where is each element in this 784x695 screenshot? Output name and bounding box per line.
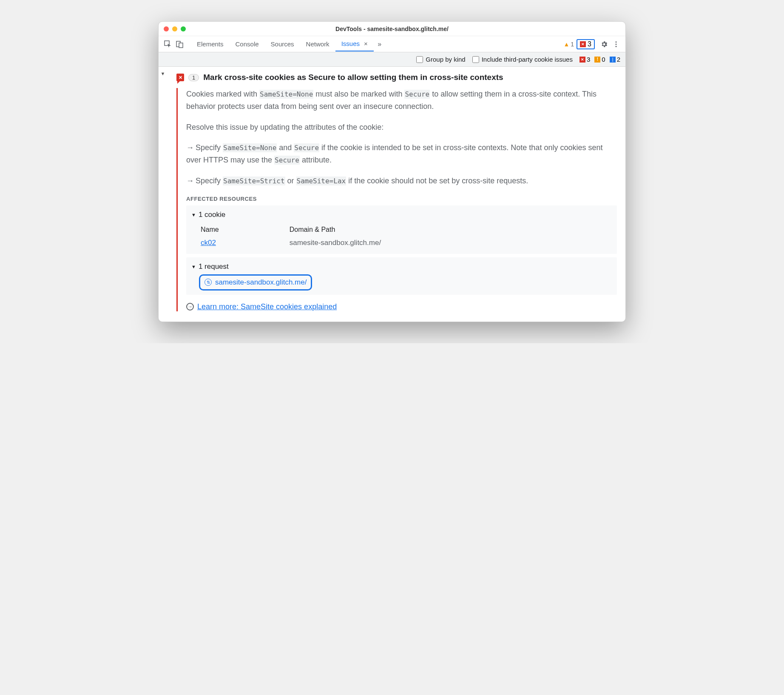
chevron-down-icon: ▼	[191, 264, 196, 269]
issue-count-pill: 1	[188, 74, 199, 81]
desc-p2: Resolve this issue by updating the attri…	[186, 121, 617, 134]
warning-count-badge[interactable]: ! 0	[594, 56, 605, 63]
affected-cookies-box: ▼ 1 cookie NameDomain & Path ck02 samesi…	[186, 205, 617, 254]
issue-error-icon: ✕	[176, 74, 184, 81]
group-label: Group by kind	[426, 56, 465, 63]
network-icon: ⇅	[205, 279, 212, 286]
info-icon: ❘	[610, 57, 616, 63]
devtools-window: DevTools - samesite-sandbox.glitch.me/ E…	[158, 21, 626, 322]
tab-issues-label: Issues	[341, 40, 360, 47]
error-count-badge[interactable]: ✕ 3	[579, 56, 590, 63]
window-title: DevTools - samesite-sandbox.glitch.me/	[159, 26, 625, 32]
warning-icon: !	[594, 57, 600, 63]
mac-titlebar: DevTools - samesite-sandbox.glitch.me/	[159, 22, 625, 36]
kebab-menu-icon[interactable]	[610, 38, 622, 50]
group-by-kind-checkbox[interactable]: Group by kind	[416, 56, 465, 63]
error-icon: ✕	[580, 41, 586, 47]
thirdparty-checkbox-input[interactable]	[472, 56, 479, 63]
close-icon[interactable]: ×	[364, 40, 368, 47]
svg-point-3	[616, 41, 617, 43]
tab-issues[interactable]: Issues ×	[335, 37, 374, 51]
issue-header[interactable]: ✕ 1 Mark cross-site cookies as Secure to…	[176, 71, 617, 88]
group-checkbox-input[interactable]	[416, 56, 423, 63]
cookie-name-link[interactable]: ck02	[201, 239, 216, 247]
issue-accent-bar	[176, 88, 178, 311]
cookies-header-text: 1 cookie	[199, 211, 225, 219]
issue-title: Mark cross-site cookies as Secure to all…	[203, 73, 503, 82]
affected-requests-header[interactable]: ▼ 1 request	[191, 259, 612, 274]
settings-icon[interactable]	[598, 38, 610, 50]
tab-network[interactable]: Network	[300, 37, 335, 51]
error-icon: ✕	[579, 57, 585, 63]
inspect-element-icon[interactable]	[162, 38, 174, 50]
affected-cookies-header[interactable]: ▼ 1 cookie	[191, 207, 612, 222]
errors-badge[interactable]: ✕ 3	[577, 39, 595, 49]
svg-point-5	[616, 46, 617, 47]
warnings-badge[interactable]: ▲ 1	[563, 41, 574, 48]
learn-more-row: → Learn more: SameSite cookies explained	[186, 302, 617, 311]
affected-resources-title: AFFECTED RESOURCES	[186, 196, 617, 202]
issues-panel: ▼ ✕ 1 Mark cross-site cookies as Secure …	[159, 67, 625, 322]
requests-header-text: 1 request	[199, 262, 229, 271]
thirdparty-label: Include third-party cookie issues	[482, 56, 573, 63]
chevron-down-icon: ▼	[191, 212, 196, 217]
more-tabs-icon[interactable]: »	[374, 38, 386, 50]
tab-elements[interactable]: Elements	[191, 37, 230, 51]
top-badges: ▲ 1 ✕ 3	[563, 39, 595, 49]
svg-rect-2	[179, 43, 183, 48]
err-count: 3	[587, 56, 590, 63]
desc-bullet-1: →Specify SameSite=None and Secure if the…	[186, 142, 617, 166]
warning-icon: ▲	[563, 41, 569, 48]
device-toolbar-icon[interactable]	[174, 38, 186, 50]
table-row: ck02 samesite-sandbox.glitch.me/	[196, 237, 615, 249]
request-link[interactable]: ⇅ samesite-sandbox.glitch.me/	[199, 274, 312, 291]
tab-bar: Elements Console Sources Network Issues …	[159, 36, 625, 52]
svg-point-4	[616, 43, 617, 45]
tab-list: Elements Console Sources Network Issues …	[191, 37, 386, 51]
info-count-badge[interactable]: ❘ 2	[610, 56, 620, 63]
warnings-count: 1	[571, 41, 574, 48]
issue-count-badges: ✕ 3 ! 0 ❘ 2	[579, 56, 620, 63]
learn-more-link[interactable]: Learn more: SameSite cookies explained	[197, 302, 337, 311]
cookie-domain: samesite-sandbox.glitch.me/	[285, 237, 615, 249]
errors-count: 3	[588, 40, 591, 48]
filter-bar: Group by kind Include third-party cookie…	[159, 52, 625, 67]
desc-p1: Cookies marked with SameSite=None must a…	[186, 88, 617, 113]
tab-sources[interactable]: Sources	[265, 37, 300, 51]
warn-count: 0	[602, 56, 605, 63]
issue-description: Cookies marked with SameSite=None must a…	[186, 88, 617, 187]
cookie-table: NameDomain & Path ck02 samesite-sandbox.…	[196, 222, 616, 250]
expand-gutter: ▼	[159, 67, 167, 322]
request-url: samesite-sandbox.glitch.me/	[215, 278, 307, 287]
third-party-checkbox[interactable]: Include third-party cookie issues	[472, 56, 573, 63]
col-domain: Domain & Path	[285, 223, 615, 236]
tab-console[interactable]: Console	[230, 37, 265, 51]
affected-requests-box: ▼ 1 request ⇅ samesite-sandbox.glitch.me…	[186, 257, 617, 295]
desc-bullet-2: →Specify SameSite=Strict or SameSite=Lax…	[186, 175, 617, 187]
info-count: 2	[617, 56, 620, 63]
arrow-right-circle-icon: →	[186, 303, 194, 310]
collapse-icon[interactable]: ▼	[159, 71, 167, 76]
col-name: Name	[196, 223, 284, 236]
